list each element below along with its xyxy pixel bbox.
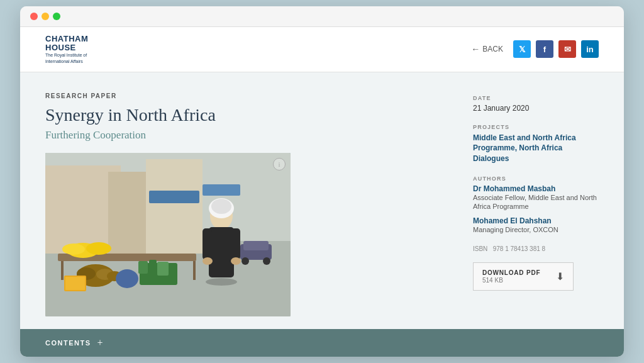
svg-rect-33 [243, 241, 269, 250]
logo: CHATHAM HOUSE The Royal Institute of Int… [45, 35, 88, 64]
article-image: i [45, 153, 291, 316]
svg-point-17 [116, 269, 138, 288]
content-left: RESEARCH PAPER Synergy in North Africa F… [45, 92, 448, 317]
contents-bar[interactable]: CONTENTS + [20, 329, 624, 357]
social-share-icons: 𝕏 f ✉ in [513, 40, 599, 58]
back-arrow-icon: ← [471, 44, 480, 54]
svg-rect-4 [146, 159, 203, 254]
article-type: RESEARCH PAPER [45, 92, 448, 99]
date-section: DATE 21 January 2020 [473, 95, 599, 113]
isbn: ISBN 978 1 78413 381 8 [473, 245, 599, 252]
svg-rect-5 [149, 191, 199, 203]
logo-subtitle1: The Royal Institute of [45, 52, 88, 58]
contents-label: CONTENTS [45, 339, 91, 347]
browser-window: CHATHAM HOUSE The Royal Institute of Int… [20, 6, 624, 357]
linkedin-share-button[interactable]: in [581, 40, 599, 58]
svg-point-35 [263, 257, 270, 265]
header-right: ← BACK 𝕏 f ✉ in [471, 40, 599, 58]
svg-point-30 [203, 257, 213, 265]
svg-rect-8 [61, 261, 64, 280]
linkedin-icon: in [586, 45, 594, 54]
page-title: Synergy in North Africa [45, 104, 448, 126]
isbn-label: ISBN [473, 245, 487, 252]
svg-point-11 [86, 242, 111, 255]
svg-point-31 [231, 257, 241, 265]
svg-rect-27 [209, 227, 234, 277]
facebook-icon: f [543, 45, 546, 54]
contents-expand-icon[interactable]: + [97, 338, 103, 348]
author-2: Mohamed El Dahshan Managing Director, OX… [473, 216, 599, 234]
logo-line2: HOUSE [45, 43, 88, 52]
projects-section: PROJECTS Middle East and North Africa Pr… [473, 124, 599, 164]
svg-rect-20 [149, 260, 157, 276]
authors-label: AUTHORS [473, 176, 599, 182]
dot-yellow[interactable] [42, 13, 49, 20]
svg-rect-21 [157, 262, 169, 276]
back-button[interactable]: ← BACK [471, 44, 503, 54]
svg-point-34 [242, 257, 249, 265]
svg-point-36 [206, 278, 237, 286]
projects-label: PROJECTS [473, 124, 599, 130]
dot-red[interactable] [30, 13, 38, 20]
site-header: CHATHAM HOUSE The Royal Institute of Int… [20, 27, 624, 72]
svg-rect-23 [65, 277, 85, 290]
main-content: RESEARCH PAPER Synergy in North Africa F… [20, 72, 624, 317]
authors-section: AUTHORS Dr Mohammed Masbah Associate Fel… [473, 176, 599, 234]
project-link[interactable]: Middle East and North Africa Programme, … [473, 133, 599, 164]
download-pdf-button[interactable]: DOWNLOAD PDF 514 KB ⬇ [473, 262, 574, 291]
download-size: 514 KB [482, 277, 540, 284]
isbn-value: 978 1 78413 381 8 [493, 245, 545, 252]
author-1-name: Dr Mohammed Masbah [473, 184, 599, 193]
svg-rect-19 [138, 261, 148, 274]
email-share-button[interactable]: ✉ [558, 40, 576, 58]
email-icon: ✉ [564, 45, 571, 54]
twitter-share-button[interactable]: 𝕏 [513, 40, 531, 58]
browser-chrome [20, 6, 624, 27]
download-label: DOWNLOAD PDF [482, 269, 540, 276]
facebook-share-button[interactable]: f [536, 40, 553, 58]
page-subtitle: Furthering Cooperation [45, 129, 448, 142]
logo-subtitle2: International Affairs [45, 59, 88, 64]
download-btn-info: DOWNLOAD PDF 514 KB [482, 269, 540, 284]
svg-point-26 [211, 199, 231, 214]
author-2-name: Mohamed El Dahshan [473, 216, 599, 225]
content-right: DATE 21 January 2020 PROJECTS Middle Eas… [473, 92, 599, 317]
date-label: DATE [473, 95, 599, 101]
author-1-role: Associate Fellow, Middle East and North … [473, 193, 599, 211]
download-icon: ⬇ [556, 271, 564, 282]
logo-line1: CHATHAM [45, 35, 88, 43]
date-value: 21 January 2020 [473, 104, 599, 113]
svg-rect-9 [193, 261, 196, 280]
twitter-icon: 𝕏 [519, 45, 525, 54]
dot-green[interactable] [53, 13, 60, 20]
svg-point-12 [62, 243, 85, 255]
back-label: BACK [482, 45, 503, 53]
author-1: Dr Mohammed Masbah Associate Fellow, Mid… [473, 184, 599, 211]
svg-rect-6 [203, 184, 240, 196]
author-2-role: Managing Director, OXCON [473, 225, 599, 234]
svg-rect-28 [203, 228, 212, 260]
svg-rect-29 [231, 228, 240, 260]
